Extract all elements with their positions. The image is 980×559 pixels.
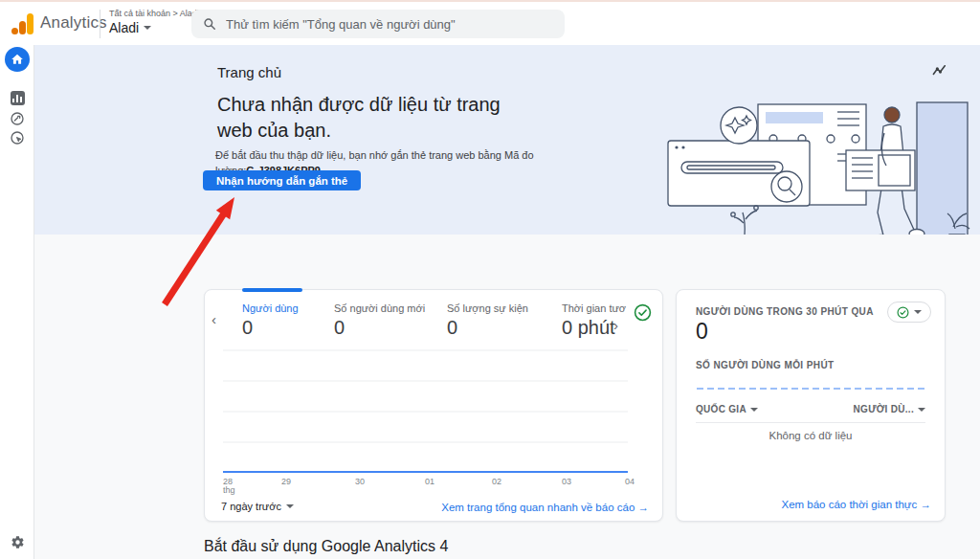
users-per-minute-label: SỐ NGƯỜI DÙNG MỖI PHÚT: [696, 360, 835, 370]
breadcrumb[interactable]: Tất cả tài khoản > Aladi: [109, 9, 199, 18]
chevron-down-icon: [286, 504, 294, 508]
no-data-heading-line2: web của bạn.: [217, 118, 501, 144]
realtime-table-header: QUỐC GIA NGƯỜI DÙ...: [696, 404, 925, 414]
column-label: QUỐC GIA: [696, 404, 746, 414]
x-axis-tick: 02: [492, 477, 501, 486]
search-icon: [203, 17, 216, 31]
link-label: Xem trang tổng quan nhanh về báo cáo: [441, 502, 635, 513]
data-quality-check-icon[interactable]: [634, 303, 652, 322]
date-range-selector[interactable]: 7 ngày trước: [221, 501, 294, 512]
x-axis-tick-sub: thg: [223, 485, 235, 495]
nav-home-icon[interactable]: [5, 47, 30, 72]
nav-advertising-icon[interactable]: [5, 125, 30, 150]
overview-metrics-card: ‹ Người dùng 0 Số người dùng mới 0 Số lư…: [204, 289, 663, 522]
x-axis-tick: 30: [355, 477, 365, 486]
date-range-label: 7 ngày trước: [221, 501, 281, 512]
header-divider: [100, 10, 100, 38]
link-label: Xem báo cáo thời gian thực: [781, 499, 917, 510]
no-data-heading-line1: Chưa nhận được dữ liệu từ trang: [217, 92, 501, 118]
column-label: NGƯỜI DÙ...: [854, 404, 914, 414]
tab-event-count[interactable]: Số lượng sự kiện 0: [447, 302, 528, 339]
tabs-scroll-left-icon[interactable]: ‹: [212, 311, 216, 327]
tab-users[interactable]: Người dùng 0: [242, 302, 299, 339]
page-title: Trang chủ: [217, 64, 281, 80]
app-title: Analytics: [40, 13, 107, 33]
home-banner: Trang chủ Chưa nhận được dữ liệu từ tran…: [34, 45, 980, 235]
account-switcher[interactable]: Aladi: [109, 20, 151, 35]
insights-icon[interactable]: [931, 62, 949, 78]
tab-label: Người dùng: [242, 302, 299, 314]
realtime-card: NGƯỜI DÙNG TRONG 30 PHÚT QUA 0 SỐ NGƯỜI …: [676, 289, 946, 522]
realtime-report-link[interactable]: Xem báo cáo thời gian thực →: [781, 499, 931, 510]
get-tagging-instructions-button[interactable]: Nhận hướng dẫn gắn thẻ: [203, 170, 361, 190]
tab-label: Số người dùng mới: [334, 302, 425, 314]
country-column-header[interactable]: QUỐC GIA: [696, 404, 758, 414]
no-data-heading: Chưa nhận được dữ liệu từ trang web của …: [217, 92, 501, 144]
chevron-down-icon: [914, 310, 922, 314]
account-name: Aladi: [109, 20, 139, 35]
x-axis-tick: 04: [625, 477, 635, 486]
chevron-down-icon: [750, 408, 758, 412]
x-axis-tick: 03: [562, 477, 571, 486]
chevron-down-icon: [918, 408, 925, 412]
tabs-scroll-right-icon[interactable]: ›: [613, 317, 618, 333]
tab-value: 0: [334, 317, 425, 339]
reports-snapshot-link[interactable]: Xem trang tổng quan nhanh về báo cáo →: [441, 502, 649, 513]
users-column-header[interactable]: NGƯỜI DÙ...: [854, 404, 925, 414]
tab-label: Thời gian tươ: [562, 302, 626, 314]
search-input[interactable]: [226, 17, 542, 32]
search-bar[interactable]: [191, 10, 565, 38]
settings-gear-icon[interactable]: [5, 529, 30, 554]
tab-label: Số lượng sự kiện: [447, 302, 528, 314]
realtime-title: NGƯỜI DÙNG TRONG 30 PHÚT QUA: [696, 306, 874, 317]
ga4-home-page: Analytics Tất cả tài khoản > Aladi Aladi: [0, 0, 980, 559]
active-tab-indicator: [242, 288, 302, 292]
left-nav: [0, 45, 34, 559]
app-header: Analytics Tất cả tài khoản > Aladi Aladi: [0, 2, 980, 45]
x-axis-tick: 01: [425, 477, 434, 486]
users-per-minute-sparkline: [696, 386, 927, 391]
check-circle-icon: [897, 306, 909, 319]
description-line1: Để bắt đầu thu thập dữ liệu, bạn nhớ gắn…: [215, 147, 534, 163]
no-data-text: Không có dữ liệu: [677, 430, 945, 441]
analytics-logo-icon[interactable]: [11, 13, 34, 34]
tab-value: 0: [447, 317, 528, 339]
realtime-user-count: 0: [696, 319, 708, 345]
tab-value: 0: [242, 317, 299, 339]
realtime-status-dropdown[interactable]: [887, 302, 931, 323]
users-line-chart: [205, 343, 664, 486]
table-divider: [696, 422, 925, 423]
chevron-down-icon: [144, 26, 151, 30]
tab-new-users[interactable]: Số người dùng mới 0: [334, 302, 425, 339]
getting-started-heading: Bắt đầu sử dụng Google Analytics 4: [204, 538, 448, 555]
x-axis-tick: 29: [281, 477, 291, 486]
